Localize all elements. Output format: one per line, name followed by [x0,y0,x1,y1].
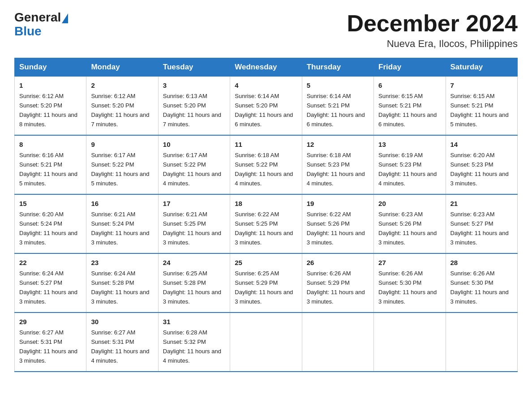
day-daylight: Daylight: 11 hours and 3 minutes. [91,289,149,305]
day-sunrise: Sunrise: 6:21 AM [91,211,135,218]
day-daylight: Daylight: 11 hours and 3 minutes. [307,289,365,305]
calendar-week-2: 8Sunrise: 6:16 AMSunset: 5:21 PMDaylight… [15,135,518,194]
calendar-week-4: 22Sunrise: 6:24 AMSunset: 5:27 PMDayligh… [15,253,518,313]
day-sunset: Sunset: 5:29 PM [307,279,350,286]
day-number: 16 [91,198,153,209]
day-daylight: Daylight: 11 hours and 7 minutes. [163,111,221,128]
calendar-table: SundayMondayTuesdayWednesdayThursdayFrid… [14,58,518,372]
day-daylight: Daylight: 11 hours and 3 minutes. [163,289,221,305]
day-sunrise: Sunrise: 6:18 AM [235,152,279,158]
day-sunset: Sunset: 5:24 PM [91,220,134,227]
day-daylight: Daylight: 11 hours and 7 minutes. [91,111,149,128]
day-daylight: Daylight: 11 hours and 5 minutes. [91,171,149,187]
day-number: 3 [163,80,225,90]
calendar-cell: 25Sunrise: 6:25 AMSunset: 5:29 PMDayligh… [230,253,302,313]
day-daylight: Daylight: 11 hours and 4 minutes. [91,348,149,364]
day-sunrise: Sunrise: 6:22 AM [307,211,351,218]
calendar-cell: 14Sunrise: 6:20 AMSunset: 5:23 PMDayligh… [446,135,517,194]
calendar-body: 1Sunrise: 6:12 AMSunset: 5:20 PMDaylight… [15,77,518,372]
day-daylight: Daylight: 11 hours and 3 minutes. [378,289,437,305]
calendar-cell: 1Sunrise: 6:12 AMSunset: 5:20 PMDaylight… [15,77,86,135]
page-subtitle: Nueva Era, Ilocos, Philippines [347,38,518,50]
day-daylight: Daylight: 11 hours and 6 minutes. [378,111,437,128]
day-sunset: Sunset: 5:26 PM [307,220,350,227]
day-number: 27 [378,257,441,268]
day-number: 2 [91,80,153,90]
day-sunset: Sunset: 5:23 PM [307,161,350,168]
day-sunset: Sunset: 5:20 PM [235,102,278,109]
header-cell-thursday: Thursday [302,58,373,77]
day-sunrise: Sunrise: 6:25 AM [163,270,207,277]
header-cell-friday: Friday [374,58,446,77]
day-sunrise: Sunrise: 6:26 AM [307,270,351,277]
calendar-cell: 30Sunrise: 6:27 AMSunset: 5:31 PMDayligh… [86,313,158,372]
day-sunrise: Sunrise: 6:19 AM [378,152,423,158]
calendar-cell: 10Sunrise: 6:17 AMSunset: 5:22 PMDayligh… [158,135,230,194]
day-number: 10 [163,139,225,150]
day-number: 23 [91,257,153,268]
day-sunset: Sunset: 5:32 PM [163,338,206,345]
day-sunrise: Sunrise: 6:24 AM [91,270,135,277]
day-number: 5 [307,80,369,90]
day-number: 13 [378,139,441,150]
day-sunrise: Sunrise: 6:12 AM [19,93,64,99]
day-daylight: Daylight: 11 hours and 3 minutes. [235,289,293,305]
day-number: 21 [450,198,513,209]
calendar-cell: 22Sunrise: 6:24 AMSunset: 5:27 PMDayligh… [15,253,86,313]
day-daylight: Daylight: 11 hours and 3 minutes. [450,289,509,305]
day-sunset: Sunset: 5:22 PM [91,161,134,168]
day-sunrise: Sunrise: 6:17 AM [163,152,207,158]
day-daylight: Daylight: 11 hours and 5 minutes. [19,171,77,187]
day-sunrise: Sunrise: 6:20 AM [450,152,495,158]
day-sunrise: Sunrise: 6:18 AM [307,152,351,158]
day-sunset: Sunset: 5:31 PM [19,338,62,345]
calendar-cell: 23Sunrise: 6:24 AMSunset: 5:28 PMDayligh… [86,253,158,313]
day-sunrise: Sunrise: 6:23 AM [378,211,423,218]
header: General Blue December 2024 Nueva Era, Il… [14,11,518,50]
day-sunrise: Sunrise: 6:28 AM [163,329,207,336]
day-number: 22 [19,257,82,268]
day-sunrise: Sunrise: 6:15 AM [450,93,495,99]
day-number: 11 [235,139,297,150]
calendar-cell: 8Sunrise: 6:16 AMSunset: 5:21 PMDaylight… [15,135,86,194]
calendar-cell: 15Sunrise: 6:20 AMSunset: 5:24 PMDayligh… [15,194,86,253]
day-sunset: Sunset: 5:25 PM [163,220,206,227]
calendar-cell: 16Sunrise: 6:21 AMSunset: 5:24 PMDayligh… [86,194,158,253]
day-sunrise: Sunrise: 6:16 AM [19,152,64,158]
day-number: 24 [163,257,225,268]
day-sunrise: Sunrise: 6:13 AM [163,93,207,99]
calendar-cell: 19Sunrise: 6:22 AMSunset: 5:26 PMDayligh… [302,194,373,253]
day-sunrise: Sunrise: 6:12 AM [91,93,135,99]
day-sunrise: Sunrise: 6:15 AM [378,93,423,99]
day-daylight: Daylight: 11 hours and 8 minutes. [19,111,77,128]
calendar-cell [302,313,373,372]
day-sunrise: Sunrise: 6:17 AM [91,152,135,158]
calendar-cell: 7Sunrise: 6:15 AMSunset: 5:21 PMDaylight… [446,77,517,135]
day-sunrise: Sunrise: 6:25 AM [235,270,279,277]
header-cell-monday: Monday [86,58,158,77]
day-sunrise: Sunrise: 6:21 AM [163,211,207,218]
day-sunset: Sunset: 5:31 PM [91,338,134,345]
day-sunset: Sunset: 5:28 PM [91,279,134,286]
calendar-cell: 28Sunrise: 6:26 AMSunset: 5:30 PMDayligh… [446,253,517,313]
day-daylight: Daylight: 11 hours and 3 minutes. [163,230,221,246]
calendar-cell: 11Sunrise: 6:18 AMSunset: 5:22 PMDayligh… [230,135,302,194]
day-sunrise: Sunrise: 6:14 AM [307,93,351,99]
calendar-cell: 3Sunrise: 6:13 AMSunset: 5:20 PMDaylight… [158,77,230,135]
header-cell-tuesday: Tuesday [158,58,230,77]
day-sunset: Sunset: 5:22 PM [163,161,206,168]
calendar-cell: 21Sunrise: 6:23 AMSunset: 5:27 PMDayligh… [446,194,517,253]
day-sunset: Sunset: 5:23 PM [378,161,421,168]
day-daylight: Daylight: 11 hours and 4 minutes. [378,171,437,187]
calendar-cell: 12Sunrise: 6:18 AMSunset: 5:23 PMDayligh… [302,135,373,194]
day-sunset: Sunset: 5:21 PM [19,161,62,168]
calendar-cell [230,313,302,372]
calendar-cell: 13Sunrise: 6:19 AMSunset: 5:23 PMDayligh… [374,135,446,194]
day-daylight: Daylight: 11 hours and 3 minutes. [19,230,77,246]
day-sunrise: Sunrise: 6:26 AM [378,270,423,277]
calendar-cell: 18Sunrise: 6:22 AMSunset: 5:25 PMDayligh… [230,194,302,253]
day-sunset: Sunset: 5:21 PM [450,102,493,109]
logo: General Blue [14,11,68,39]
calendar-cell: 6Sunrise: 6:15 AMSunset: 5:21 PMDaylight… [374,77,446,135]
calendar-cell: 24Sunrise: 6:25 AMSunset: 5:28 PMDayligh… [158,253,230,313]
